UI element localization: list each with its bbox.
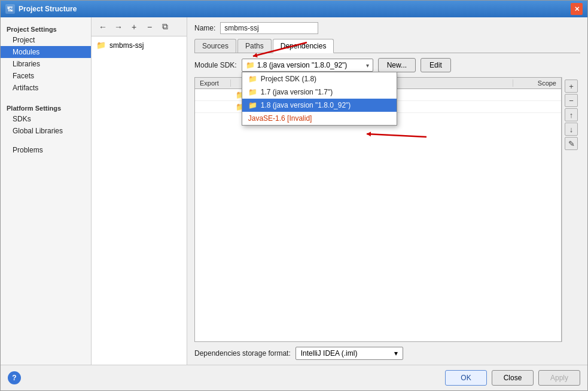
title-bar: 🏗 Project Structure ✕ — [1, 1, 587, 17]
forward-button[interactable]: → — [112, 20, 125, 33]
dropdown-item-17[interactable]: 📁 1.7 (java version "1.7") — [242, 85, 397, 99]
name-input[interactable] — [220, 22, 318, 34]
window-title: Project Structure — [19, 5, 77, 13]
sidebar-item-sdks[interactable]: SDKs — [1, 113, 91, 125]
module-name: smbms-ssj — [109, 41, 144, 50]
dropdown-item-18[interactable]: 📁 1.8 (java version "1.8.0_92") — [242, 99, 397, 112]
storage-value: IntelliJ IDEA (.iml) — [301, 349, 358, 358]
sidebar-item-facets[interactable]: Facets — [1, 70, 91, 82]
split-area: ← → + − ⧉ 📁 smbms-ssj Name: — [92, 17, 587, 365]
tab-dependencies[interactable]: Dependencies — [273, 39, 334, 53]
sidebar-item-libraries[interactable]: Libraries — [1, 58, 91, 70]
project-structure-window: 🏗 Project Structure ✕ Project Settings P… — [0, 0, 588, 391]
sidebar-item-problems[interactable]: Problems — [1, 144, 91, 156]
project-settings-label: Project Settings — [1, 22, 91, 34]
right-content: Name: Sources Paths Dependencies — [187, 17, 587, 365]
col-scope-header: Scope — [513, 80, 561, 87]
dropdown-arrow-icon: ▾ — [366, 62, 369, 69]
dependencies-panel: Module SDK: 📁 1.8 (java version "1.8.0_9… — [194, 58, 580, 360]
folder-icon-17: 📁 — [248, 88, 257, 96]
storage-label: Dependencies storage format: — [194, 349, 291, 358]
module-item-smbms[interactable]: 📁 smbms-ssj — [92, 39, 187, 51]
tab-paths[interactable]: Paths — [237, 39, 272, 53]
sdk-dropdown[interactable]: 📁 1.8 (java version "1.8.0_92") ▾ — [242, 59, 373, 72]
sdk-folder-icon: 📁 — [246, 61, 255, 69]
table-up-button[interactable]: ↑ — [565, 108, 578, 121]
folder-icon: 📁 — [96, 41, 106, 50]
close-dialog-button[interactable]: Close — [492, 370, 534, 386]
main-content: Project Settings Project Modules Librari… — [1, 17, 587, 365]
platform-settings-label: Platform Settings — [1, 101, 91, 113]
sidebar-item-artifacts[interactable]: Artifacts — [1, 82, 91, 94]
name-row: Name: — [194, 22, 580, 34]
back-button[interactable]: ← — [96, 20, 109, 33]
table-down-button[interactable]: ↓ — [565, 123, 578, 136]
sidebar: Project Settings Project Modules Librari… — [1, 17, 92, 365]
remove-button[interactable]: − — [143, 20, 156, 33]
sdk-row: Module SDK: 📁 1.8 (java version "1.8.0_9… — [194, 58, 580, 72]
new-sdk-button[interactable]: New... — [378, 58, 416, 72]
apply-button[interactable]: Apply — [538, 370, 580, 386]
sdk-value: 1.8 (java version "1.8.0_92") — [257, 61, 348, 69]
bottom-bar: ? OK Close Apply — [1, 365, 587, 390]
folder-icon-project: 📁 — [248, 75, 257, 83]
title-bar-left: 🏗 Project Structure — [5, 4, 77, 14]
storage-arrow-icon: ▾ — [394, 349, 398, 358]
add-button[interactable]: + — [127, 20, 141, 33]
table-side-buttons: + − ↑ ↓ ✎ — [562, 77, 580, 342]
dropdown-item-project-sdk[interactable]: 📁 Project SDK (1.8) — [242, 72, 397, 85]
close-button[interactable]: ✕ — [571, 3, 583, 15]
tab-sources[interactable]: Sources — [194, 39, 236, 53]
edit-sdk-button[interactable]: Edit — [421, 58, 451, 72]
copy-button[interactable]: ⧉ — [159, 20, 172, 33]
sidebar-item-modules[interactable]: Modules — [1, 46, 91, 58]
sdk-label: Module SDK: — [194, 61, 237, 69]
tabs: Sources Paths Dependencies — [194, 39, 580, 53]
module-toolbar: ← → + − ⧉ — [92, 17, 187, 36]
table-edit-button[interactable]: ✎ — [565, 137, 578, 150]
dropdown-item-javase16[interactable]: JavaSE-1.6 [Invalid] — [242, 112, 397, 125]
table-remove-button[interactable]: − — [565, 94, 578, 107]
sdk-dropdown-popup: 📁 Project SDK (1.8) 📁 1.7 (java version … — [242, 72, 397, 126]
storage-dropdown[interactable]: IntelliJ IDEA (.iml) ▾ — [295, 347, 403, 360]
help-button[interactable]: ? — [8, 371, 21, 384]
table-add-button[interactable]: + — [565, 80, 578, 93]
sdk-dropdown-wrapper: 📁 1.8 (java version "1.8.0_92") ▾ 📁 Proj… — [242, 59, 373, 72]
sidebar-item-project[interactable]: Project — [1, 34, 91, 46]
module-panel: ← → + − ⧉ 📁 smbms-ssj — [92, 17, 187, 365]
folder-icon-18: 📁 — [248, 101, 257, 109]
ok-button[interactable]: OK — [445, 370, 487, 386]
name-label: Name: — [194, 24, 215, 32]
sidebar-divider — [1, 94, 91, 101]
sidebar-item-global-libraries[interactable]: Global Libraries — [1, 125, 91, 137]
sidebar-divider2 — [1, 137, 91, 144]
storage-row: Dependencies storage format: IntelliJ ID… — [194, 347, 580, 360]
module-list: 📁 smbms-ssj — [92, 36, 187, 54]
window-icon: 🏗 — [5, 4, 15, 14]
col-export-header: Export — [195, 80, 231, 87]
